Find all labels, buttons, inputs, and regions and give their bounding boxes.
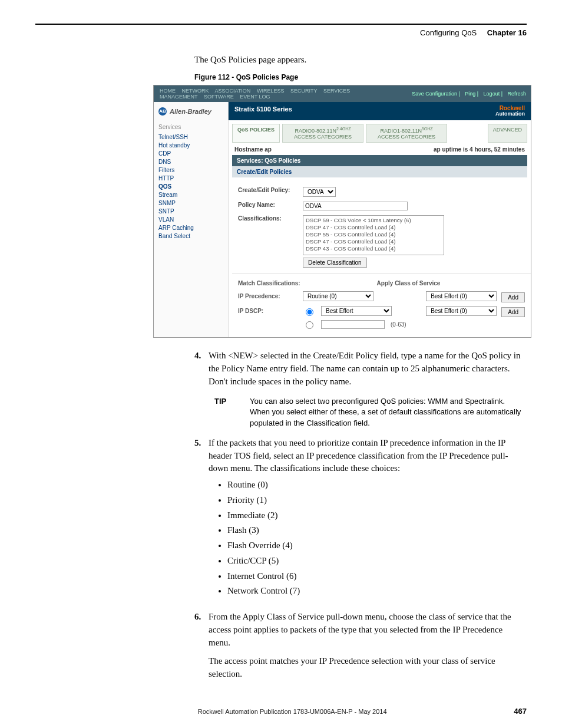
qos-policies-screenshot: HOME NETWORK ASSOCIATION WIRELESS SECURI… (153, 85, 531, 338)
sub-bar: Create/Edit Policies (232, 166, 527, 177)
tip-block: TIP You can also select two preconfigure… (214, 396, 527, 429)
action-ping[interactable]: Ping (465, 91, 475, 97)
brand-title: Stratix 5100 Series (234, 106, 292, 117)
sidebar-item-http[interactable]: HTTP (158, 175, 223, 182)
footer-page-number: 467 (514, 707, 527, 716)
nav-home[interactable]: HOME (160, 88, 176, 94)
ip-precedence-label: IP Precedence: (238, 293, 297, 299)
list-item: Critic/CCP (5) (227, 555, 527, 568)
step4-number: 4. (194, 350, 209, 388)
top-actions: Save Configuration | Ping | Logout | Ref… (404, 88, 531, 99)
add-precedence-button[interactable]: Add (501, 292, 525, 302)
tab-radio1[interactable]: RADIO1-802.11N5GHZ ACCESS CATEGORIES (366, 124, 447, 143)
hostname-value: ap (265, 146, 272, 153)
tip-text: You can also select two preconfigured Qo… (250, 396, 527, 429)
nav-security[interactable]: SECURITY (290, 88, 318, 94)
step6-number: 6. (194, 611, 209, 687)
list-item: Priority (1) (227, 494, 527, 507)
step4-text: With <NEW> selected in the Create/Edit P… (209, 350, 527, 388)
ip-precedence-select[interactable]: Routine (0) (303, 291, 373, 301)
apply-class-label: Apply Class of Service (377, 280, 441, 286)
sidebar-item-cdp[interactable]: CDP (158, 150, 223, 157)
action-logout[interactable]: Logout (484, 91, 500, 97)
tab-radio0[interactable]: RADIO0-802.11N2.4GHZ ACCESS CATEGORIES (282, 124, 363, 143)
nav-services[interactable]: SERVICES (323, 88, 350, 94)
top-nav: HOME NETWORK ASSOCIATION WIRELESS SECURI… (154, 85, 404, 102)
section-bar: Services: QoS Policies (232, 155, 527, 166)
create-edit-select[interactable]: ODVA (303, 187, 336, 197)
add-dscp-button[interactable]: Add (501, 307, 525, 317)
list-item: Immediate (2) (227, 509, 527, 522)
nav-management[interactable]: MANAGEMENT (160, 94, 198, 100)
sidebar-item-hotstandby[interactable]: Hot standby (158, 142, 223, 149)
ip-dscp-radio-besteffort[interactable] (306, 308, 313, 316)
match-classifications-label: Match Classifications: (238, 280, 300, 286)
step5-lead: If the packets that you need to prioriti… (209, 438, 508, 473)
sidebar-item-arpcaching[interactable]: ARP Caching (158, 225, 223, 231)
figure-caption: Figure 112 - QoS Policies Page (194, 73, 527, 81)
classifications-label: Classifications: (238, 215, 303, 222)
uptime-value: ap uptime is 4 hours, 52 minutes (434, 146, 525, 153)
step6-p2: The access point matches your IP Precede… (209, 655, 527, 681)
list-item: Flash Override (4) (227, 539, 527, 552)
sidebar-item-sntp[interactable]: SNTP (158, 208, 223, 215)
hostname-label: Hostname (234, 146, 263, 153)
sidebar-item-stream[interactable]: Stream (158, 192, 223, 198)
ip-dscp-select[interactable]: Best Effort (321, 306, 392, 316)
sidebar-item-qos[interactable]: QOS (158, 183, 223, 190)
footer-publication: Rockwell Automation Publication 1783-UM0… (71, 708, 514, 715)
action-save[interactable]: Save Configuration (412, 91, 457, 97)
list-item: Internet Control (6) (227, 570, 527, 583)
brand-rockwell: Rockwell Automation (495, 106, 525, 117)
dscp-range-hint: (0-63) (391, 321, 406, 328)
precedence-list: Routine (0) Priority (1) Immediate (2) F… (217, 479, 527, 598)
nav-wireless[interactable]: WIRELESS (257, 88, 285, 94)
step6-p1: From the Apply Class of Service pull-dow… (209, 611, 527, 649)
acos-dscp-select[interactable]: Best Effort (0) (426, 306, 497, 316)
classifications-listbox[interactable]: DSCP 59 - COS Voice < 10ms Latency (6) D… (303, 215, 444, 255)
nav-software[interactable]: SOFTWARE (204, 94, 234, 100)
ab-logo-icon: AB (158, 107, 167, 116)
policy-name-label: Policy Name: (238, 202, 303, 208)
step5-number: 5. (194, 437, 209, 602)
intro-text: The QoS Policies page appears. (194, 55, 527, 65)
list-item: Flash (3) (227, 524, 527, 537)
tab-advanced[interactable]: ADVANCED (488, 124, 527, 143)
sidebar-item-snmp[interactable]: SNMP (158, 200, 223, 206)
sidebar-item-bandselect[interactable]: Band Select (158, 233, 223, 239)
sidebar-item-filters[interactable]: Filters (158, 167, 223, 173)
sidebar-item-telnet[interactable]: Telnet/SSH (158, 134, 223, 140)
nav-association[interactable]: ASSOCIATION (215, 88, 251, 94)
sidebar-item-vlan[interactable]: VLAN (158, 216, 223, 223)
ip-dscp-radio-custom[interactable] (306, 321, 313, 329)
acos-precedence-select[interactable]: Best Effort (0) (426, 291, 497, 301)
ip-dscp-custom-input[interactable] (321, 320, 385, 329)
list-item[interactable]: DSCP 59 - COS Voice < 10ms Latency (6) (306, 217, 441, 224)
action-refresh[interactable]: Refresh (507, 91, 526, 97)
list-item[interactable]: DSCP 55 - COS Controlled Load (4) (306, 231, 441, 238)
nav-network[interactable]: NETWORK (182, 88, 209, 94)
ip-dscp-label: IP DSCP: (238, 308, 297, 314)
tip-label: TIP (214, 396, 250, 429)
services-sidebar: Services Telnet/SSH Hot standby CDP DNS … (154, 120, 229, 337)
list-item: Routine (0) (227, 479, 527, 492)
policy-name-input[interactable] (303, 202, 408, 210)
delete-classification-button[interactable]: Delete Classification (303, 258, 367, 268)
brand-allen-bradley: AB Allen-Bradley (154, 102, 229, 120)
header-chapter: Chapter 16 (487, 28, 527, 37)
nav-eventlog[interactable]: EVENT LOG (240, 94, 270, 100)
list-item[interactable]: DSCP 43 - COS Controlled Load (4) (306, 245, 441, 252)
list-item: Network Control (7) (227, 585, 527, 598)
sidebar-title: Services (158, 124, 223, 130)
tab-qos-policies[interactable]: QoS POLICIES (232, 124, 280, 143)
list-item[interactable]: DSCP 47 - COS Controlled Load (4) (306, 224, 441, 231)
sidebar-item-dns[interactable]: DNS (158, 159, 223, 165)
list-item[interactable]: DSCP 47 - COS Controlled Load (4) (306, 238, 441, 245)
header-section: Configuring QoS (420, 28, 477, 37)
create-edit-label: Create/Edit Policy: (238, 187, 303, 193)
